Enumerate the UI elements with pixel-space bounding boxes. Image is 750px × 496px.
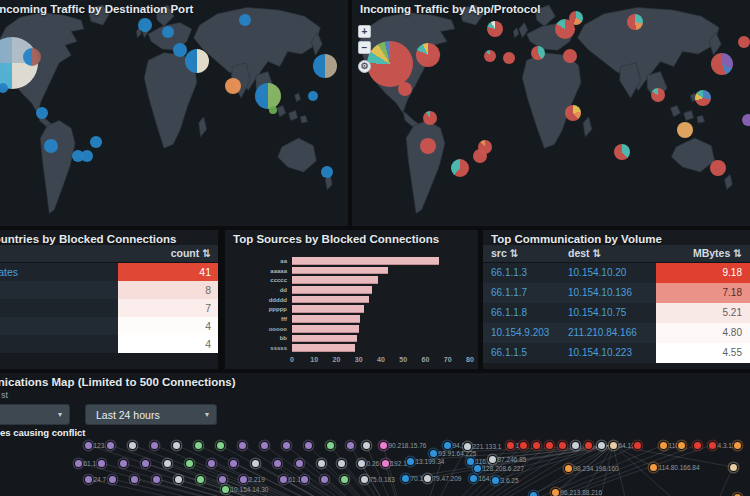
- network-node[interactable]: [208, 460, 215, 467]
- map-pie-marker[interactable]: [416, 43, 440, 67]
- network-node[interactable]: [321, 476, 328, 483]
- count-cell[interactable]: 41: [118, 263, 218, 281]
- map-pie-marker[interactable]: [627, 14, 643, 30]
- src-cell[interactable]: 10.154.9.203: [483, 323, 568, 343]
- network-node[interactable]: [153, 476, 160, 483]
- map-pie-marker[interactable]: [185, 49, 209, 73]
- network-node[interactable]: 10.154.14.30: [222, 486, 229, 493]
- map-pie-marker[interactable]: [367, 41, 413, 87]
- mbytes-cell[interactable]: 9.18: [656, 263, 750, 283]
- map-pie-marker[interactable]: [695, 90, 711, 106]
- src-cell[interactable]: 66.1.1.5: [483, 343, 568, 363]
- network-node[interactable]: [634, 442, 641, 449]
- map-pie-marker[interactable]: [420, 138, 436, 154]
- network-node[interactable]: [195, 442, 202, 449]
- gear-icon[interactable]: ⚙: [358, 60, 371, 73]
- network-node[interactable]: [109, 476, 116, 483]
- table-row[interactable]: 66.1.1.710.154.10.1367.18: [483, 283, 750, 303]
- network-node[interactable]: [301, 476, 308, 483]
- network-node[interactable]: [598, 442, 605, 449]
- network-node[interactable]: [164, 460, 171, 467]
- map-pie-marker[interactable]: [44, 139, 58, 153]
- src-cell[interactable]: 66.1.1.8: [483, 303, 568, 323]
- map-pie-marker[interactable]: [423, 111, 437, 125]
- zoom-in-button[interactable]: +: [358, 25, 371, 38]
- network-node[interactable]: 114.80.166.84: [650, 464, 657, 471]
- mbytes-column-header[interactable]: MBytes ⇅: [693, 245, 742, 262]
- network-node[interactable]: 4.3.13: [709, 442, 716, 449]
- bar[interactable]: [292, 335, 357, 343]
- map-pie-marker[interactable]: [651, 88, 665, 102]
- table-row[interactable]: 4: [0, 335, 218, 353]
- network-node[interactable]: 24.7: [85, 476, 92, 483]
- network-node[interactable]: 0.26.102: [358, 460, 365, 467]
- map-pie-marker[interactable]: [563, 49, 577, 63]
- map-pie-marker[interactable]: [677, 122, 693, 138]
- map-pie-marker[interactable]: [531, 46, 545, 60]
- network-node[interactable]: [98, 460, 105, 467]
- table-row[interactable]: 4: [0, 317, 218, 335]
- network-node[interactable]: [678, 442, 685, 449]
- bar[interactable]: [292, 276, 378, 284]
- zoom-out-button[interactable]: −: [358, 41, 371, 54]
- network-node[interactable]: 128.208.6.227: [474, 465, 481, 472]
- network-node[interactable]: 116.66: [467, 458, 474, 465]
- table-row[interactable]: 66.1.1.810.154.10.755.21: [483, 303, 750, 323]
- map-pie-marker[interactable]: [738, 36, 750, 48]
- network-node[interactable]: 2.219: [240, 476, 247, 483]
- map-pie-marker[interactable]: [90, 136, 102, 148]
- map-pie-marker[interactable]: [308, 91, 318, 101]
- mbytes-cell[interactable]: 7.18: [656, 283, 750, 303]
- map-pie-marker[interactable]: [173, 43, 187, 57]
- network-node[interactable]: [120, 460, 127, 467]
- network-node[interactable]: [694, 442, 701, 449]
- country-cell[interactable]: United States: [0, 263, 118, 281]
- network-node[interactable]: 79.47.209: [424, 475, 431, 482]
- map-pie-marker[interactable]: [711, 53, 733, 75]
- dest-cell[interactable]: 10.154.10.75: [568, 303, 656, 323]
- network-node[interactable]: [559, 442, 566, 449]
- table-row[interactable]: 66.1.1.310.154.10.209.18: [483, 263, 750, 283]
- bar[interactable]: [292, 296, 369, 304]
- bar[interactable]: [292, 344, 355, 352]
- country-cell[interactable]: [0, 281, 118, 299]
- map-pie-marker[interactable]: [398, 82, 412, 96]
- bar[interactable]: [292, 305, 364, 313]
- network-node[interactable]: [296, 460, 303, 467]
- map-pie-marker[interactable]: [565, 105, 581, 121]
- network-node[interactable]: 221.133.1: [464, 443, 471, 450]
- network-node[interactable]: [173, 442, 180, 449]
- table-row[interactable]: 8: [0, 281, 218, 299]
- map-pie-marker[interactable]: [503, 52, 515, 64]
- map-pie-marker[interactable]: [23, 48, 41, 66]
- network-node[interactable]: 10.1: [507, 442, 514, 449]
- mbytes-cell[interactable]: 4.55: [656, 343, 750, 363]
- count-column-header[interactable]: count ⇅: [171, 245, 211, 262]
- network-node[interactable]: [131, 476, 138, 483]
- network-node[interactable]: [520, 442, 527, 449]
- country-cell[interactable]: [0, 317, 118, 335]
- network-node[interactable]: 123.: [85, 442, 92, 449]
- bar[interactable]: [292, 286, 372, 294]
- network-node[interactable]: [142, 460, 149, 467]
- network-node[interactable]: [338, 460, 345, 467]
- network-node[interactable]: [219, 476, 226, 483]
- mbytes-cell[interactable]: 5.21: [656, 303, 750, 323]
- map-pie-marker[interactable]: [451, 159, 469, 177]
- map-pie-marker[interactable]: [138, 18, 152, 32]
- network-node[interactable]: 90.218.15.76: [380, 442, 387, 449]
- network-node[interactable]: [175, 476, 182, 483]
- network-node[interactable]: [347, 442, 354, 449]
- network-node[interactable]: [585, 442, 592, 449]
- network-node[interactable]: [186, 460, 193, 467]
- map-pie-marker[interactable]: [225, 78, 241, 94]
- country-link[interactable]: United States: [0, 263, 118, 281]
- network-node[interactable]: [239, 442, 246, 449]
- src-cell[interactable]: 66.1.1.3: [483, 263, 568, 283]
- bar[interactable]: [292, 325, 359, 333]
- map-pie-marker[interactable]: [239, 14, 251, 26]
- count-cell[interactable]: 4: [118, 317, 218, 335]
- network-node[interactable]: 61.1: [280, 476, 287, 483]
- dest-cell[interactable]: 10.154.10.20: [568, 263, 656, 283]
- table-row[interactable]: United States41: [0, 263, 218, 281]
